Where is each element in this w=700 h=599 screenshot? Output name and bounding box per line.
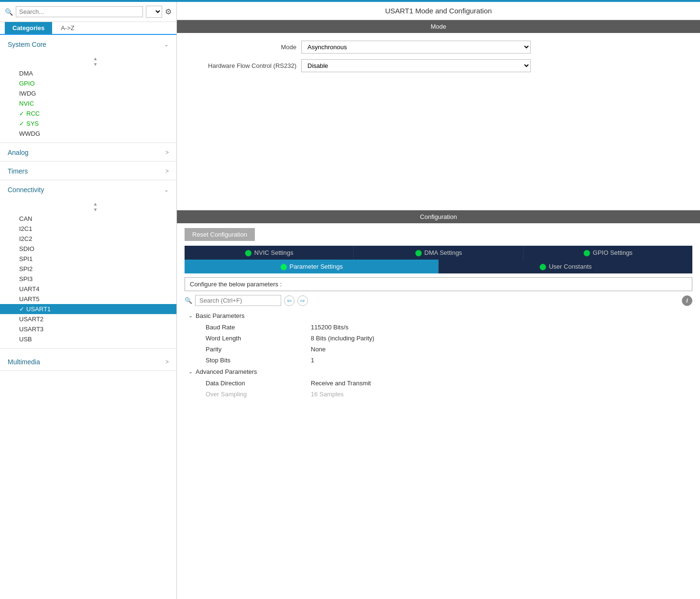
advanced-params-header: Advanced Parameters [196,368,257,375]
config-tabs-row1: ⬤ NVIC Settings ⬤ DMA Settings ⬤ GPIO Se… [185,246,692,260]
config-search-input[interactable] [195,295,281,306]
sort-up-icon[interactable]: ▲ [93,56,98,62]
conn-sort-up-icon[interactable]: ▲ [93,201,98,207]
param-value-over-sampling: 16 Samples [311,391,344,398]
chevron-right-icon-3: > [165,359,169,365]
sidebar-item-sdio[interactable]: SDIO [0,244,176,254]
tab-atoz[interactable]: A->Z [53,22,82,34]
sidebar-item-uart5[interactable]: UART5 [0,294,176,304]
sidebar-tabs: Categories A->Z [0,22,176,35]
category-analog-label: Analog [8,149,29,156]
mode-select[interactable]: Asynchronous Synchronous Single Wire (Ha… [301,41,531,54]
mode-section-header: Mode [177,20,700,33]
main-content: USART1 Mode and Configuration Mode Mode … [177,2,700,599]
sort-down-icon[interactable]: ▼ [93,62,98,67]
sidebar-item-nvic[interactable]: NVIC [0,98,176,109]
sidebar-item-usart3[interactable]: USART3 [0,324,176,334]
mode-body: Mode Asynchronous Synchronous Single Wir… [177,33,700,86]
sidebar-item-spi1[interactable]: SPI1 [0,254,176,264]
config-info-bar: Configure the below parameters : [185,277,692,291]
connectivity-items: ▲ ▼ CAN I2C1 I2C2 SDIO SPI1 SPI2 SPI3 UA… [0,198,176,349]
advanced-params-group[interactable]: ⌄ Advanced Parameters [186,366,690,378]
sidebar-search-row: 🔍 ⚙ [0,2,176,22]
tab-nvic-settings[interactable]: ⬤ NVIC Settings [185,246,354,260]
sidebar-item-i2c2[interactable]: I2C2 [0,234,176,244]
sidebar-content: System Core ⌄ ▲ ▼ DMA GPIO IWDG NVIC ✓ R… [0,35,176,599]
param-name-parity: Parity [206,346,311,353]
category-connectivity[interactable]: Connectivity ⌄ [0,180,176,198]
gpio-label: GPIO [19,80,35,87]
chevron-down-icon-2: ⌄ [164,186,169,193]
info-icon[interactable]: i [682,295,692,306]
config-section-header: Configuration [177,210,700,223]
param-row-stop-bits: Stop Bits 1 [186,355,690,366]
chevron-right-icon: > [165,149,169,156]
param-row-over-sampling: Over Sampling 16 Samples [186,389,690,400]
tab-parameter-settings[interactable]: ⬤ Parameter Settings [185,260,439,273]
tab-categories[interactable]: Categories [5,22,52,34]
sidebar-item-spi2[interactable]: SPI2 [0,264,176,274]
system-core-items: ▲ ▼ DMA GPIO IWDG NVIC ✓ RCC ✓ SYS [0,53,176,143]
basic-params-header: Basic Parameters [196,312,245,319]
tab-user-constants[interactable]: ⬤ User Constants [439,260,693,273]
main-title: USART1 Mode and Configuration [177,2,700,20]
gear-icon[interactable]: ⚙ [165,7,172,16]
category-system-core[interactable]: System Core ⌄ [0,35,176,53]
config-search-row: 🔍 ⇦ ⇨ i [185,295,692,306]
sidebar-item-usb[interactable]: USB [0,334,176,344]
search-dropdown[interactable] [146,6,162,18]
user-tab-check-icon: ⬤ [539,263,547,270]
mode-section: Mode Mode Asynchronous Synchronous Singl… [177,20,700,210]
nav-prev-button[interactable]: ⇦ [284,295,295,306]
nvic-tab-label: NVIC Settings [254,249,294,256]
basic-params-group[interactable]: ⌄ Basic Parameters [186,310,690,322]
advanced-params-chevron: ⌄ [188,369,193,375]
category-multimedia[interactable]: Multimedia > [0,352,176,371]
user-tab-label: User Constants [549,263,592,270]
category-analog[interactable]: Analog > [0,143,176,162]
sidebar-item-sys[interactable]: ✓ SYS [0,119,176,129]
sidebar-item-usart2[interactable]: USART2 [0,314,176,324]
sidebar-item-rcc[interactable]: ✓ RCC [0,109,176,119]
sidebar-item-dma[interactable]: DMA [0,68,176,78]
conn-sort-down-icon[interactable]: ▼ [93,207,98,213]
dma-label: DMA [19,70,33,77]
nav-next-button[interactable]: ⇨ [297,295,308,306]
search-icon: 🔍 [5,8,13,16]
sidebar-item-gpio[interactable]: GPIO [0,78,176,88]
param-name-over-sampling: Over Sampling [206,391,311,398]
param-name-data-direction: Data Direction [206,380,311,387]
sidebar-item-can[interactable]: CAN [0,214,176,224]
category-timers[interactable]: Timers > [0,162,176,180]
sidebar-item-usart1[interactable]: ✓ USART1 [0,304,176,314]
param-row-parity: Parity None [186,344,690,355]
param-row-data-direction: Data Direction Receive and Transmit [186,378,690,389]
config-search-icon: 🔍 [185,297,192,304]
gpio-tab-label: GPIO Settings [593,249,633,256]
iwdg-label: IWDG [19,90,36,97]
sys-label: SYS [26,120,39,127]
tab-dma-settings[interactable]: ⬤ DMA Settings [354,246,523,260]
sidebar-item-spi3[interactable]: SPI3 [0,274,176,284]
sidebar-item-wwdg[interactable]: WWDG [0,129,176,139]
sidebar-item-i2c1[interactable]: I2C1 [0,224,176,234]
category-timers-label: Timers [8,167,28,175]
reset-configuration-button[interactable]: Reset Configuration [185,228,255,241]
param-tab-check-icon: ⬤ [280,263,287,270]
sidebar-item-iwdg[interactable]: IWDG [0,88,176,98]
param-value-word-length: 8 Bits (including Parity) [311,335,374,342]
chevron-down-icon: ⌄ [164,41,169,48]
hw-flow-select[interactable]: Disable CTS Only RTS Only CTS/RTS [301,59,531,72]
param-row-word-length: Word Length 8 Bits (including Parity) [186,333,690,344]
gpio-tab-check-icon: ⬤ [583,249,591,256]
search-input[interactable] [16,6,143,17]
param-value-data-direction: Receive and Transmit [311,380,371,387]
category-multimedia-label: Multimedia [8,358,40,366]
tab-gpio-settings[interactable]: ⬤ GPIO Settings [524,246,692,260]
dma-tab-label: DMA Settings [425,249,462,256]
sidebar: 🔍 ⚙ Categories A->Z System Core ⌄ ▲ ▼ DM… [0,2,177,599]
sort-arrows: ▲ ▼ [0,55,176,68]
sidebar-item-uart4[interactable]: UART4 [0,284,176,294]
mode-row: Mode Asynchronous Synchronous Single Wir… [186,41,690,54]
param-name-baud-rate: Baud Rate [206,324,311,331]
